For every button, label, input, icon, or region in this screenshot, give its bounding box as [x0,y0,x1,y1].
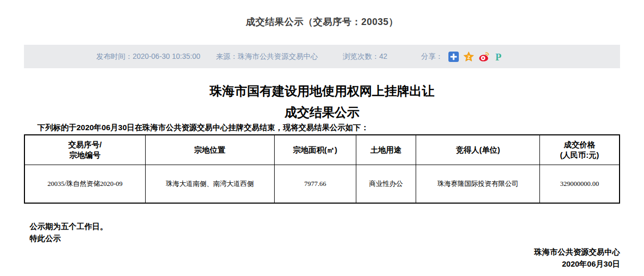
announcement-intro: 下列标的于2020年06月30日在珠海市公共资源交易中心挂牌交易结束，现将交易结… [24,122,620,133]
cell-parcel-area: 7977.66 [274,165,356,204]
table-header-row: 交易序号/ 宗地编号 宗地位置 宗地面积(㎡) 土地用途 竞得人(单位) 成交价… [24,135,620,165]
share-label: 分享： [421,52,443,61]
page-title: 成交结果公示（交易序号：20035） [0,0,644,28]
header-land-use: 土地用途 [356,135,416,165]
share-more-icon[interactable] [448,52,459,62]
meta-bar: 发布时间：2020-06-30 10:35:00 来源：珠海市公共资源交易中心 … [24,45,620,68]
hereby-announced-note: 特此公示 [30,232,644,244]
publicity-period-note: 公示期为五个工作日。 [30,220,644,232]
announcement-heading-line1: 珠海市国有建设用地使用权网上挂牌出让 [0,83,644,98]
view-count: 浏览次数：42 [343,52,388,61]
cell-parcel-location: 珠海大道南侧、南湾大道西侧 [145,165,274,204]
header-transaction-no: 交易序号/ 宗地编号 [24,135,145,165]
share-icons: Z P [448,52,504,62]
source-value: 珠海市公共资源交易中心 [238,52,318,60]
publish-time-label: 发布时间： [96,52,133,60]
svg-text:P: P [495,52,501,62]
view-count-value: 42 [379,52,388,60]
cell-winning-bidder: 珠海赛隆国际投资有限公司 [416,165,540,204]
publish-time: 发布时间：2020-06-30 10:35:00 [96,52,200,61]
header-deal-price: 成交价格 (人民币:元) [540,135,620,165]
source-label: 来源： [216,52,238,60]
signature-block: 珠海市公共资源交易中心 2020年06月30日 [24,246,620,270]
cell-deal-price: 329000000.00 [540,165,620,204]
qzone-icon[interactable]: Z [463,52,474,62]
signature-org: 珠海市公共资源交易中心 [24,246,620,258]
table-row: 20035/珠自然资储2020-09 珠海大道南侧、南湾大道西侧 7977.66… [24,165,620,204]
svg-text:Z: Z [467,54,470,59]
header-winning-bidder: 竞得人(单位) [416,135,540,165]
sina-weibo-icon[interactable] [479,52,489,62]
cell-transaction-no: 20035/珠自然资储2020-09 [24,165,145,204]
pengyou-icon[interactable]: P [494,52,504,62]
view-count-label: 浏览次数： [343,52,379,60]
announcement-heading-line2: 成交结果公示 [0,105,644,120]
source: 来源：珠海市公共资源交易中心 [216,52,318,61]
header-parcel-location: 宗地位置 [145,135,274,165]
cell-land-use: 商业性办公 [356,165,416,204]
publish-time-value: 2020-06-30 10:35:00 [133,52,200,60]
signature-date: 2020年06月30日 [24,258,620,270]
header-parcel-area: 宗地面积(㎡) [274,135,356,165]
result-table: 交易序号/ 宗地编号 宗地位置 宗地面积(㎡) 土地用途 竞得人(单位) 成交价… [24,134,620,204]
